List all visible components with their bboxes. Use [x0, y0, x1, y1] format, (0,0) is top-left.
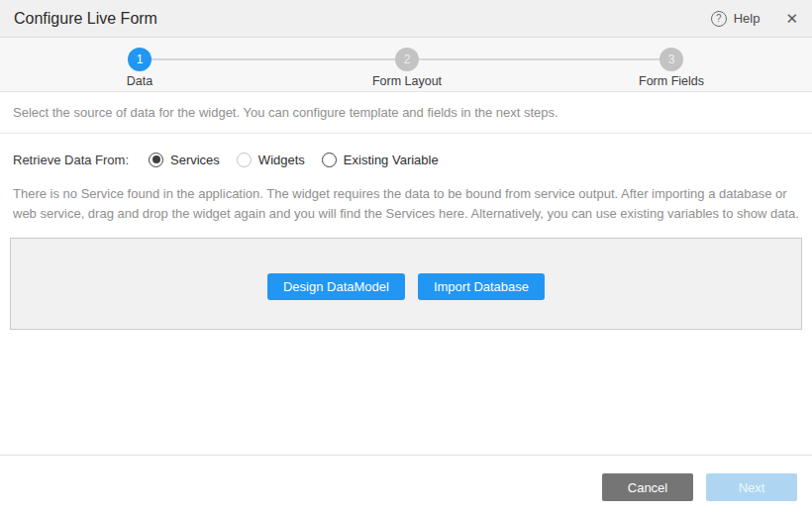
service-actions-panel: Design DataModel Import Database: [10, 238, 802, 330]
next-button[interactable]: Next: [706, 473, 797, 501]
radio-option-widgets[interactable]: Widgets: [237, 153, 305, 167]
step-2-label-form-layout[interactable]: Form Layout: [372, 74, 442, 88]
step-2-circle[interactable]: 2: [395, 48, 419, 71]
help-button[interactable]: Help: [734, 11, 761, 26]
radio-label-widgets[interactable]: Widgets: [258, 153, 305, 167]
dialog-titlebar: Configure Live Form ? Help ✕: [0, 0, 812, 38]
step-3-circle[interactable]: 3: [660, 48, 683, 71]
design-datamodel-button[interactable]: Design DataModel: [267, 273, 405, 300]
no-service-notice: There is no Service found in the applica…: [13, 184, 799, 224]
step-3-label-form-fields[interactable]: Form Fields: [639, 74, 704, 88]
radio-icon-services[interactable]: [149, 153, 163, 167]
footer-divider: [0, 455, 812, 456]
radio-option-services[interactable]: Services: [149, 153, 220, 167]
radio-icon-widgets[interactable]: [237, 153, 252, 167]
radio-label-services[interactable]: Services: [170, 153, 220, 167]
footer-actions: Cancel Next: [602, 473, 797, 501]
titlebar-actions: ? Help ✕: [711, 10, 798, 28]
import-database-button[interactable]: Import Database: [418, 273, 545, 300]
radio-label-existing-variable[interactable]: Existing Variable: [344, 153, 439, 167]
radio-option-existing-variable[interactable]: Existing Variable: [322, 153, 439, 167]
close-icon[interactable]: ✕: [785, 10, 798, 28]
retrieve-data-row: Retrieve Data From: Services Widgets Exi…: [0, 150, 812, 169]
radio-icon-existing-variable[interactable]: [322, 153, 337, 167]
step-1-circle[interactable]: 1: [128, 48, 152, 71]
help-icon[interactable]: ?: [711, 11, 727, 27]
intro-row: Select the source of data for the widget…: [0, 92, 812, 134]
dialog-title: Configure Live Form: [14, 10, 157, 28]
configure-live-form-dialog: Configure Live Form ? Help ✕ 1 2 3 Data …: [0, 0, 812, 516]
cancel-button[interactable]: Cancel: [602, 473, 693, 501]
step-1-label-data[interactable]: Data: [127, 74, 152, 88]
wizard-stepper: 1 2 3 Data Form Layout Form Fields: [0, 38, 812, 92]
intro-text: Select the source of data for the widget…: [13, 105, 558, 120]
retrieve-data-label: Retrieve Data From:: [13, 153, 149, 167]
